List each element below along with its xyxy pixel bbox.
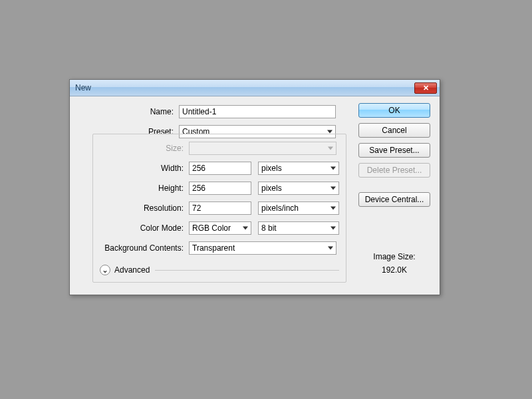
size-label: Size:: [93, 144, 189, 153]
height-label: Height:: [93, 184, 189, 193]
close-button[interactable]: ✕: [414, 82, 437, 94]
divider: [155, 270, 339, 271]
size-dropdown: [189, 142, 336, 155]
resolution-unit-dropdown[interactable]: pixels/inch: [258, 201, 339, 215]
cancel-button[interactable]: Cancel: [358, 123, 430, 138]
chevron-down-icon: [328, 247, 333, 250]
chevron-down-icon: [243, 227, 248, 230]
dialog-title: New: [75, 83, 414, 92]
name-label: Name:: [79, 107, 179, 116]
height-unit-value: pixels: [261, 184, 282, 193]
bitdepth-dropdown[interactable]: 8 bit: [258, 221, 339, 235]
width-label: Width:: [93, 164, 189, 173]
button-column: OK Cancel Save Preset... Delete Preset..…: [358, 103, 430, 275]
resolution-input[interactable]: [189, 201, 251, 215]
advanced-label: Advanced: [114, 265, 150, 275]
chevron-down-icon: [331, 227, 336, 230]
colormode-value: RGB Color: [192, 223, 231, 233]
chevron-down-icon: [331, 187, 336, 190]
width-unit-dropdown[interactable]: pixels: [258, 162, 339, 175]
chevron-down-icon: [331, 167, 336, 170]
titlebar[interactable]: New ✕: [70, 80, 440, 96]
image-size-label: Image Size:: [358, 252, 430, 261]
resolution-label: Resolution:: [93, 203, 189, 213]
width-unit-value: pixels: [261, 164, 282, 173]
close-icon: ✕: [423, 84, 429, 92]
height-unit-dropdown[interactable]: pixels: [258, 182, 339, 195]
height-input[interactable]: [189, 182, 251, 195]
dimensions-group: Size: Width: pixels Height:: [92, 134, 346, 283]
resolution-unit-value: pixels/inch: [261, 203, 299, 213]
advanced-expander[interactable]: ⌄: [100, 265, 110, 275]
chevron-down-icon: [328, 147, 333, 150]
width-input[interactable]: [189, 162, 251, 175]
new-document-dialog: New ✕ Name: Preset: Custom Size:: [69, 79, 440, 295]
bgcontents-value: Transparent: [192, 243, 235, 253]
name-input[interactable]: [179, 105, 336, 118]
ok-button[interactable]: OK: [358, 103, 430, 118]
chevron-down-icon: [331, 207, 336, 210]
device-central-button[interactable]: Device Central...: [358, 192, 430, 207]
bitdepth-value: 8 bit: [261, 223, 277, 233]
chevron-down-icon: [327, 130, 332, 134]
delete-preset-button: Delete Preset...: [358, 163, 430, 178]
colormode-label: Color Mode:: [93, 223, 189, 233]
image-size-value: 192.0K: [358, 265, 430, 275]
dialog-body: Name: Preset: Custom Size:: [70, 96, 440, 295]
form-area: Name: Preset: Custom Size:: [79, 103, 349, 143]
double-chevron-down-icon: ⌄: [102, 266, 108, 274]
image-size-readout: Image Size: 192.0K: [358, 252, 430, 275]
colormode-dropdown[interactable]: RGB Color: [189, 221, 251, 235]
save-preset-button[interactable]: Save Preset...: [358, 143, 430, 158]
bgcontents-label: Background Contents:: [93, 243, 189, 253]
bgcontents-dropdown[interactable]: Transparent: [189, 241, 336, 255]
